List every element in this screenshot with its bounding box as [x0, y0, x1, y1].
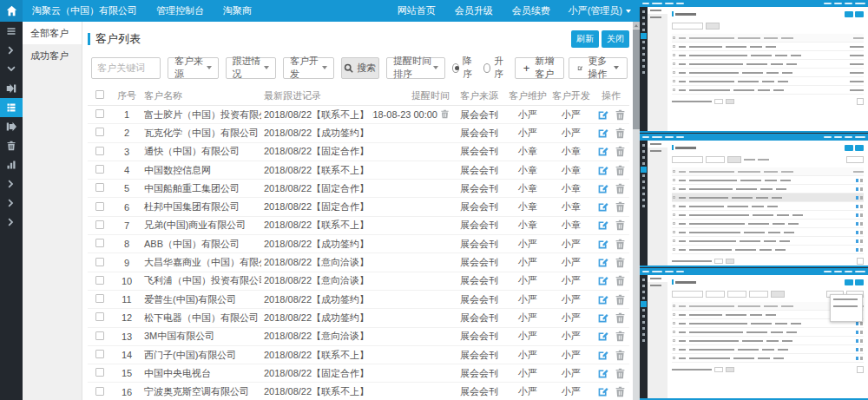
edit-button[interactable]	[597, 350, 608, 361]
home-icon[interactable]	[0, 0, 23, 22]
scroll-up-icon[interactable]	[633, 22, 640, 29]
mini-table-row	[672, 202, 864, 211]
delete-button[interactable]	[615, 257, 626, 268]
row-checkbox[interactable]	[95, 165, 104, 174]
sign-in-icon[interactable]	[0, 79, 23, 98]
delete-button[interactable]	[615, 386, 626, 397]
edit-button[interactable]	[597, 165, 608, 176]
close-button[interactable]: 关闭	[602, 30, 629, 48]
customer-maintainer: 小严	[506, 330, 549, 343]
chart-icon[interactable]	[0, 155, 23, 174]
remind-sort-select[interactable]: 提醒时间排序	[386, 57, 445, 79]
delete-button[interactable]	[615, 239, 626, 250]
row-checkbox[interactable]	[95, 276, 104, 285]
delete-button[interactable]	[615, 220, 626, 231]
row-checkbox[interactable]	[95, 220, 104, 229]
customer-source: 展会会刊	[452, 293, 506, 306]
refresh-button[interactable]: 刷新	[571, 30, 599, 48]
edit-button[interactable]	[597, 239, 608, 250]
trash-icon[interactable]	[0, 136, 23, 155]
menu-taojushang[interactable]: 淘聚商	[214, 0, 261, 22]
develop-select[interactable]: 客户开发	[283, 57, 334, 79]
delete-button[interactable]	[615, 312, 626, 324]
row-checkbox[interactable]	[95, 312, 104, 321]
screenshot-thumbnail-1[interactable]	[640, 0, 868, 133]
edit-button[interactable]	[597, 294, 608, 305]
chevron-right-icon[interactable]	[0, 41, 23, 60]
screenshot-thumbnail-2[interactable]	[640, 134, 868, 267]
row-checkbox[interactable]	[95, 331, 104, 340]
source-select[interactable]: 客户来源	[168, 57, 219, 79]
chevron-right-icon[interactable]	[0, 193, 23, 213]
vertical-scrollbar[interactable]	[633, 22, 640, 400]
chevron-down-icon[interactable]	[0, 60, 23, 79]
remove-remind-icon[interactable]	[440, 109, 450, 121]
row-checkbox[interactable]	[95, 387, 104, 396]
list-icon[interactable]	[0, 98, 23, 117]
row-checkbox[interactable]	[95, 202, 104, 211]
sidebar-item-success-customers[interactable]: 成功客户	[23, 44, 82, 67]
table-row: 12松下电器（中国）有限公司2018/08/22【成功签约】展会会刊小严小严	[88, 309, 629, 327]
menu-member-upgrade[interactable]: 会员升级	[445, 0, 503, 22]
edit-button[interactable]	[597, 386, 608, 397]
edit-button[interactable]	[597, 312, 608, 324]
edit-button[interactable]	[597, 109, 608, 121]
delete-button[interactable]	[615, 146, 626, 157]
delete-button[interactable]	[615, 165, 626, 176]
row-checkbox[interactable]	[95, 368, 104, 377]
edit-button[interactable]	[597, 275, 608, 286]
row-checkbox[interactable]	[95, 147, 104, 155]
delete-button[interactable]	[615, 109, 626, 121]
select-all-checkbox[interactable]	[95, 90, 104, 99]
screenshot-thumbnail-3[interactable]	[640, 268, 868, 400]
sidebar-item-all-customers[interactable]: 全部客户	[23, 22, 82, 44]
customer-maintainer: 小严	[506, 238, 549, 251]
row-checkbox[interactable]	[95, 183, 104, 192]
delete-button[interactable]	[615, 331, 626, 342]
menu-icon[interactable]	[0, 22, 23, 41]
delete-button[interactable]	[615, 128, 626, 139]
sort-desc-radio[interactable]: 降序	[452, 55, 477, 81]
edit-button[interactable]	[597, 128, 608, 139]
edit-button[interactable]	[597, 257, 608, 268]
menu-site-home[interactable]: 网站首页	[388, 0, 445, 22]
edit-button[interactable]	[597, 201, 608, 213]
edit-button[interactable]	[597, 220, 608, 231]
search-button[interactable]: 搜索	[341, 57, 380, 79]
delete-button[interactable]	[615, 201, 626, 213]
company-menu[interactable]: 淘聚云（中国）有限公司	[23, 0, 147, 22]
row-checkbox[interactable]	[95, 294, 104, 303]
follow-status-select[interactable]: 跟进情况	[226, 57, 277, 79]
table-row: 133M中国有限公司2018/08/22【意向洽谈】展会会刊小严小严	[88, 328, 629, 346]
add-customer-button[interactable]: + 新增客户	[515, 57, 564, 79]
latest-follow-record: 2018/08/22【固定合作】	[261, 182, 372, 195]
customer-name: 松下电器（中国）有限公司	[141, 311, 261, 325]
delete-button[interactable]	[615, 368, 626, 379]
edit-button[interactable]	[597, 368, 608, 379]
row-checkbox[interactable]	[95, 109, 104, 118]
scrollbar-thumb[interactable]	[633, 30, 640, 129]
sort-asc-radio[interactable]: 升序	[483, 55, 508, 81]
delete-button[interactable]	[615, 350, 626, 361]
delete-button[interactable]	[615, 183, 626, 194]
chevron-right-icon[interactable]	[0, 174, 23, 193]
row-checkbox[interactable]	[95, 350, 104, 358]
menu-admin-console[interactable]: 管理控制台	[147, 0, 214, 22]
keyword-input[interactable]	[91, 57, 161, 79]
chevron-right-icon[interactable]	[0, 213, 23, 232]
main-content: 客户列表 刷新 关闭 客户来源 跟进情况 客户开发 搜索 提醒时间排序	[82, 22, 633, 400]
row-checkbox[interactable]	[95, 128, 104, 136]
user-menu[interactable]: 小严(管理员)	[560, 0, 640, 22]
delete-button[interactable]	[615, 275, 626, 286]
table-row: 16宁波奥克斯空调有限公司2018/08/22【联系不上】展会会刊小严小严	[88, 383, 629, 400]
row-checkbox[interactable]	[95, 258, 104, 266]
table-row: 10飞利浦（中国）投资有限公司2018/08/22【意向洽谈】展会会刊小严小严	[88, 272, 629, 291]
edit-button[interactable]	[597, 146, 608, 157]
edit-button[interactable]	[597, 183, 608, 194]
delete-button[interactable]	[615, 294, 626, 305]
sign-out-icon[interactable]	[0, 117, 23, 136]
row-checkbox[interactable]	[95, 239, 104, 247]
edit-button[interactable]	[597, 331, 608, 342]
more-actions-button[interactable]: 更多操作	[569, 57, 628, 79]
menu-member-renew[interactable]: 会员续费	[503, 0, 560, 22]
